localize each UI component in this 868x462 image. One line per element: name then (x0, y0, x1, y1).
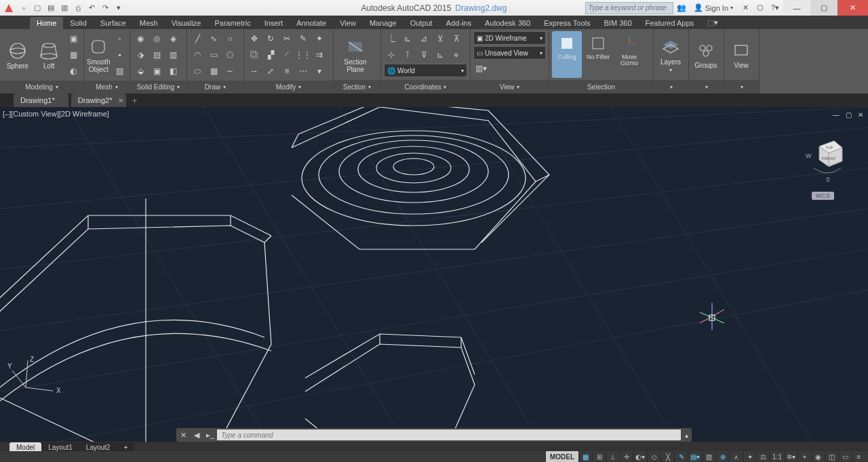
tab-featuredapps[interactable]: Featured Apps (639, 17, 701, 29)
section-plane-button[interactable]: Section Plane (336, 31, 374, 78)
thicken-icon[interactable]: ▤ (149, 47, 164, 62)
tab-parametric[interactable]: Parametric (208, 17, 257, 29)
intersect-icon[interactable]: ◈ (165, 31, 180, 46)
groups-button[interactable]: Groups (692, 31, 720, 78)
nofilter-button[interactable]: No Filter (583, 31, 613, 78)
tab-view[interactable]: View (333, 17, 363, 29)
rotate-icon[interactable]: ↻ (263, 31, 278, 46)
offset-icon[interactable]: ⇉ (312, 47, 327, 62)
panel-view-title[interactable]: View▾ (471, 80, 549, 93)
ucs-icon-1[interactable]: ⎿ (384, 31, 399, 46)
wcs-badge[interactable]: WCS (812, 192, 834, 200)
more-modify-icon[interactable]: ▾ (312, 64, 327, 79)
panel-modify-title[interactable]: Modify▾ (244, 81, 333, 93)
status-grid-icon[interactable]: ▦ (578, 451, 592, 462)
close-button[interactable]: ✕ (837, 0, 868, 16)
scale-icon[interactable]: ⤢ (263, 64, 278, 79)
status-dynamic-icon[interactable]: ✎ (674, 451, 688, 462)
qat-redo-icon[interactable]: ↷ (99, 2, 111, 14)
panel-viewpanel-title[interactable]: ▾ (724, 80, 759, 93)
status-model-button[interactable]: MODEL (545, 451, 578, 462)
erase-icon[interactable]: ✎ (296, 31, 311, 46)
qat-plot-icon[interactable]: ⎙ (72, 2, 84, 14)
extrude-icon[interactable]: ▣ (66, 31, 81, 46)
app-logo-icon[interactable] (2, 1, 16, 15)
mirror-icon[interactable]: ▞ (263, 47, 278, 62)
status-transparency-icon[interactable]: ▥ (702, 451, 715, 462)
arc-icon[interactable]: ◠ (190, 47, 205, 62)
rectangle-icon[interactable]: ▭ (206, 47, 221, 62)
ucs-icon-6[interactable]: ⊹ (384, 47, 399, 62)
status-scale-button[interactable]: 1:1 (770, 451, 784, 462)
qat-saveas-icon[interactable]: ▥ (58, 2, 71, 14)
cmd-history-icon[interactable]: ▴ (681, 432, 692, 439)
qat-undo-icon[interactable]: ↶ (85, 2, 98, 14)
status-isoplane-icon[interactable]: ◐▾ (633, 451, 647, 462)
status-annot-icon[interactable]: ⚖ (756, 451, 770, 462)
cloud-icon[interactable]: ⬡ (753, 2, 767, 14)
tab-solid[interactable]: Solid (63, 17, 93, 29)
tab-mesh[interactable]: Mesh (133, 17, 165, 29)
status-workspace-icon[interactable]: ✲▾ (784, 451, 797, 462)
path-array-icon[interactable]: ⋯ (296, 64, 311, 79)
ucs-icon-5[interactable]: ⊼ (449, 31, 464, 46)
ellipse-icon[interactable]: ⬭ (190, 64, 205, 79)
explode-icon[interactable]: ✦ (312, 31, 327, 46)
line-icon[interactable]: ╱ (190, 31, 205, 46)
move-gizmo-button[interactable]: Move Gizmo (614, 31, 644, 78)
status-custom-icon[interactable]: ≡ (852, 451, 865, 462)
add-tab-icon[interactable]: + (129, 95, 141, 106)
mesh-more-icon[interactable]: ▫ (112, 31, 127, 46)
search-input[interactable] (585, 2, 673, 14)
ucs-icon-9[interactable]: ⊾ (433, 47, 448, 62)
imprint-icon[interactable]: ▥ (165, 47, 180, 62)
tab-output[interactable]: Output (403, 17, 439, 29)
tab-addins[interactable]: Add-ins (439, 17, 478, 29)
signin-button[interactable]: 👤 Sign In ▾ (690, 3, 737, 12)
mesh-less-icon[interactable]: ▪ (112, 47, 127, 62)
tab-insert[interactable]: Insert (258, 17, 290, 29)
status-isolate-icon[interactable]: ◫ (825, 451, 838, 462)
tab-addin-icon[interactable]: ⬚▾ (701, 16, 725, 29)
polyline-icon[interactable]: ∿ (206, 31, 221, 46)
view-extra-icon[interactable]: ▥▾ (473, 61, 488, 76)
revolve-icon[interactable]: ◐ (66, 64, 81, 79)
fillet-edge-icon[interactable]: ◧ (165, 64, 180, 79)
fillet-icon[interactable]: ◜ (279, 47, 294, 62)
status-osnap-icon[interactable]: ◇ (647, 451, 660, 462)
panel-solid-editing-title[interactable]: Solid Editing▾ (130, 81, 186, 93)
sphere-button[interactable]: Sphere (3, 31, 33, 79)
culling-button[interactable]: Culling (552, 31, 582, 78)
qat-save-icon[interactable]: ▤ (45, 2, 57, 14)
move-icon[interactable]: ✥ (247, 31, 262, 46)
presspull-icon[interactable]: ▦ (66, 47, 81, 62)
status-gizmo-icon[interactable]: ✦ (743, 451, 756, 462)
layers-button[interactable]: Layers ▾ (656, 31, 685, 78)
cmd-settings-icon[interactable]: ◀ (190, 431, 203, 440)
visual-style-dropdown[interactable]: ▣ 2D Wireframe ▾ (473, 31, 546, 45)
command-input[interactable] (217, 429, 681, 440)
copy-icon[interactable]: ⿻ (247, 47, 262, 62)
qat-open-icon[interactable]: ▢ (31, 2, 43, 14)
ucs-icon-8[interactable]: ⊽ (416, 47, 431, 62)
loft-button[interactable]: Loft (35, 31, 64, 79)
cmd-close-icon[interactable]: ✕ (176, 431, 190, 440)
tab-annotate[interactable]: Annotate (290, 17, 333, 29)
spline-icon[interactable]: ∼ (222, 64, 237, 79)
circle-icon[interactable]: ○ (222, 31, 237, 46)
maximize-button[interactable]: ▢ (810, 0, 837, 16)
status-snap-icon[interactable]: ⊞ (592, 451, 606, 462)
status-3dosnap-icon[interactable]: ╳ (660, 451, 674, 462)
status-cycling-icon[interactable]: ⊕ (715, 451, 729, 462)
panel-mesh-title[interactable]: Mesh▾ (84, 81, 130, 93)
status-lineweight-icon[interactable]: ▤▾ (688, 451, 702, 462)
hatch-icon[interactable]: ▦ (206, 64, 221, 79)
align-icon[interactable]: ≡ (279, 64, 294, 79)
status-clean-icon[interactable]: ▭ (838, 451, 852, 462)
doctab-drawing2[interactable]: Drawing2* ✕ (71, 93, 126, 107)
slice-icon[interactable]: ⬗ (133, 47, 148, 62)
status-annomon-icon[interactable]: + (797, 451, 811, 462)
trim-icon[interactable]: ✂ (279, 31, 294, 46)
tab-manage[interactable]: Manage (363, 17, 403, 29)
infocenter-icon[interactable]: 👥 (675, 2, 688, 14)
